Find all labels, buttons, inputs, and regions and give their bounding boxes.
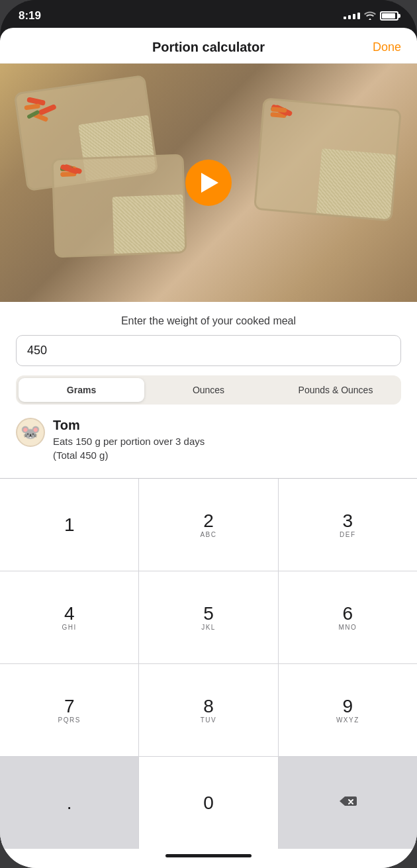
numpad-zero-key[interactable]: 0	[139, 757, 277, 849]
signal-icon	[344, 13, 360, 19]
status-bar: 8:19	[0, 0, 417, 28]
person-info: 🐭 Tom Eats 150 g per portion over 3 days…	[16, 415, 401, 470]
unit-ounces-button[interactable]: Ounces	[146, 378, 271, 402]
status-time: 8:19	[19, 9, 41, 23]
phone-frame: 8:19 Portion calculator	[0, 0, 417, 868]
person-details: Tom Eats 150 g per portion over 3 days (…	[53, 418, 401, 462]
video-container	[0, 64, 417, 302]
play-button[interactable]	[185, 160, 232, 206]
numpad-key-7[interactable]: 7PQRS	[0, 664, 138, 756]
play-triangle-icon	[201, 173, 218, 193]
person-name: Tom	[53, 418, 401, 433]
wifi-icon	[364, 11, 376, 22]
backspace-icon	[338, 794, 357, 812]
numpad-backspace-key[interactable]	[279, 757, 417, 849]
unit-selector: Grams Ounces Pounds & Ounces	[16, 375, 401, 405]
unit-grams-button[interactable]: Grams	[19, 378, 144, 402]
avatar: 🐭	[16, 418, 45, 447]
numpad-key-4[interactable]: 4GHI	[0, 571, 138, 663]
meal-container-2	[51, 154, 187, 258]
person-portion-line2: (Total 450 g)	[53, 448, 401, 462]
home-bar	[165, 854, 252, 857]
battery-icon	[380, 11, 398, 21]
form-label: Enter the weight of your cooked meal	[16, 315, 401, 327]
status-icons	[344, 11, 398, 22]
modal-header: Portion calculator Done	[0, 28, 417, 64]
numpad-key-5[interactable]: 5JKL	[139, 571, 277, 663]
numpad-key-2[interactable]: 2ABC	[139, 479, 277, 571]
unit-pounds-ounces-button[interactable]: Pounds & Ounces	[273, 378, 398, 402]
numpad-key-3[interactable]: 3DEF	[279, 479, 417, 571]
modal-title: Portion calculator	[152, 40, 265, 55]
weight-input[interactable]	[16, 335, 401, 366]
done-button[interactable]: Done	[373, 40, 401, 54]
numpad-key-8[interactable]: 8TUV	[139, 664, 277, 756]
form-area: Enter the weight of your cooked meal Gra…	[0, 302, 417, 478]
modal-content: Portion calculator Done	[0, 28, 417, 868]
numpad-dot-key[interactable]: .	[0, 757, 138, 849]
numpad-key-9[interactable]: 9WXYZ	[279, 664, 417, 756]
numpad: 12ABC3DEF4GHI5JKL6MNO7PQRS8TUV9WXYZ.0	[0, 478, 417, 849]
numpad-key-1[interactable]: 1	[0, 479, 138, 571]
person-portion-line1: Eats 150 g per portion over 3 days	[53, 434, 401, 448]
home-indicator	[0, 849, 417, 868]
meal-container-3	[254, 97, 402, 222]
numpad-key-6[interactable]: 6MNO	[279, 571, 417, 663]
